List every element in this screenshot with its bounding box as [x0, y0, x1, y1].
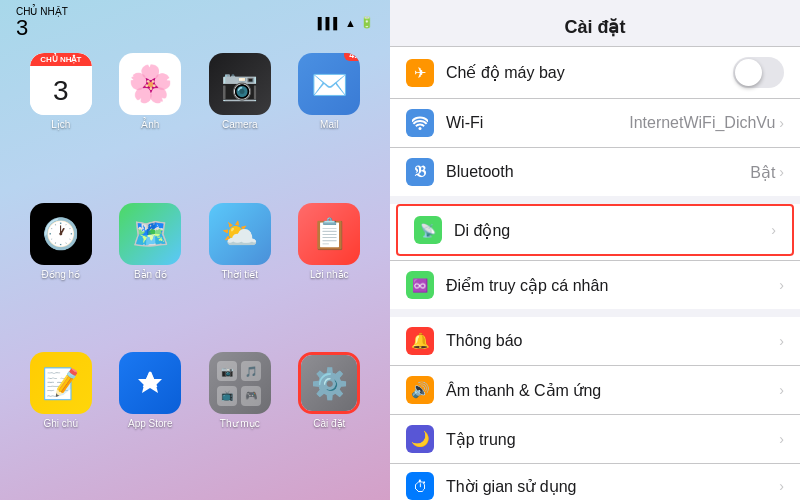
sound-chevron: › [779, 382, 784, 398]
app-appstore-label: App Store [128, 418, 172, 429]
app-calendar-label: Lịch [51, 119, 70, 130]
svg-text:A: A [143, 367, 158, 392]
hotspot-label: Điểm truy cập cá nhân [446, 276, 608, 295]
home-screen: CHỦ NHẬT 3 ▌▌▌ ▲ 🔋 CHỦ NHẬT 3 Lịch 🌸 Ản [0, 0, 390, 500]
cellular-value: › [771, 222, 776, 238]
status-bar: CHỦ NHẬT 3 ▌▌▌ ▲ 🔋 [0, 0, 390, 43]
status-right: ▌▌▌ ▲ 🔋 [318, 16, 374, 29]
signal-icon: ▌▌▌ [318, 17, 341, 29]
app-grid: CHỦ NHẬT 3 Lịch 🌸 Ảnh 📷 Camera ✉️ 41 [0, 43, 390, 500]
toggle-knob [735, 59, 762, 86]
app-weather[interactable]: ⛅ Thời tiết [199, 203, 281, 341]
app-appstore[interactable]: A App Store [110, 352, 192, 490]
settings-group-connectivity: ✈ Chế độ máy bay [390, 47, 800, 196]
app-clock[interactable]: 🕐 Đồng hồ [20, 203, 102, 341]
settings-item-airplane[interactable]: ✈ Chế độ máy bay [390, 47, 800, 99]
mail-badge: 41 [344, 53, 360, 61]
focus-chevron: › [779, 431, 784, 447]
settings-item-sound[interactable]: 🔊 Âm thanh & Cảm ứng › [390, 366, 800, 415]
settings-item-bluetooth[interactable]: 𝔅 Bluetooth Bật › [390, 148, 800, 196]
hotspot-value: › [779, 277, 784, 293]
hotspot-chevron: › [779, 277, 784, 293]
settings-panel: Cài đặt ✈ Chế độ máy bay [390, 0, 800, 500]
bluetooth-value: Bật › [750, 163, 784, 182]
app-settings-label: Cài đặt [313, 418, 345, 429]
battery-icon: 🔋 [360, 16, 374, 29]
focus-icon: 🌙 [406, 425, 434, 453]
settings-item-screentime[interactable]: ⏱ Thời gian sử dụng › [390, 464, 800, 500]
wifi-content: Wi-Fi InternetWiFi_DichVu › [446, 114, 784, 132]
screentime-content: Thời gian sử dụng › [446, 477, 784, 496]
wifi-icon [406, 109, 434, 137]
app-maps[interactable]: 🗺️ Bản đồ [110, 203, 192, 341]
settings-title: Cài đặt [564, 17, 625, 37]
cellular-icon: 📡 [414, 216, 442, 244]
app-photos-label: Ảnh [141, 119, 159, 130]
app-mail[interactable]: ✉️ 41 Mail [289, 53, 371, 191]
hotspot-icon: ♾️ [406, 271, 434, 299]
app-camera-label: Camera [222, 119, 258, 130]
bluetooth-chevron: › [779, 164, 784, 180]
wifi-chevron: › [779, 115, 784, 131]
app-mail-label: Mail [320, 119, 338, 130]
airplane-icon: ✈ [406, 59, 434, 87]
notification-label: Thông báo [446, 332, 523, 350]
settings-item-hotspot[interactable]: ♾️ Điểm truy cập cá nhân › [390, 260, 800, 309]
notification-chevron: › [779, 333, 784, 349]
app-clock-label: Đồng hồ [41, 269, 80, 280]
wifi-value: InternetWiFi_DichVu › [629, 114, 784, 132]
cellular-chevron: › [771, 222, 776, 238]
wifi-label: Wi-Fi [446, 114, 483, 132]
screentime-chevron: › [779, 478, 784, 494]
settings-item-wifi[interactable]: Wi-Fi InternetWiFi_DichVu › [390, 99, 800, 148]
notification-content: Thông báo › [446, 332, 784, 350]
settings-list: ✈ Chế độ máy bay [390, 47, 800, 500]
status-left: CHỦ NHẬT 3 [16, 6, 68, 39]
screentime-label: Thời gian sử dụng [446, 477, 577, 496]
settings-group-system: 🔔 Thông báo › 🔊 Âm thanh & Cảm ứng › 🌙 T… [390, 317, 800, 500]
airplane-content: Chế độ máy bay [446, 57, 784, 88]
status-date: 3 [16, 17, 68, 39]
settings-item-notification[interactable]: 🔔 Thông báo › [390, 317, 800, 366]
cellular-label: Di động [454, 221, 510, 240]
gap-1 [390, 196, 800, 204]
sound-icon: 🔊 [406, 376, 434, 404]
settings-item-cellular[interactable]: 📡 Di động › [396, 204, 794, 256]
app-folder-label: Thư mục [220, 418, 260, 429]
airplane-toggle[interactable] [733, 57, 784, 88]
app-notes-label: Ghi chú [44, 418, 78, 429]
app-photos[interactable]: 🌸 Ảnh [110, 53, 192, 191]
bluetooth-content: Bluetooth Bật › [446, 163, 784, 182]
app-reminders-label: Lời nhắc [310, 269, 349, 280]
sound-content: Âm thanh & Cảm ứng › [446, 381, 784, 400]
settings-group-mobile: 📡 Di động › ♾️ Điểm truy cập cá nhân › [390, 204, 800, 309]
bluetooth-icon: 𝔅 [406, 158, 434, 186]
calendar-date: 3 [30, 66, 92, 115]
settings-header: Cài đặt [390, 0, 800, 47]
sound-label: Âm thanh & Cảm ứng [446, 381, 601, 400]
calendar-month: CHỦ NHẬT [30, 53, 92, 66]
app-calendar[interactable]: CHỦ NHẬT 3 Lịch [20, 53, 102, 191]
app-reminders[interactable]: 📋 Lời nhắc [289, 203, 371, 341]
app-notes[interactable]: 📝 Ghi chú [20, 352, 102, 490]
settings-item-focus[interactable]: 🌙 Tập trung › [390, 415, 800, 464]
focus-content: Tập trung › [446, 430, 784, 449]
bluetooth-status: Bật [750, 163, 775, 182]
app-maps-label: Bản đồ [134, 269, 167, 280]
notification-icon: 🔔 [406, 327, 434, 355]
hotspot-content: Điểm truy cập cá nhân › [446, 276, 784, 295]
bluetooth-label: Bluetooth [446, 163, 514, 181]
screentime-icon: ⏱ [406, 472, 434, 500]
wifi-network-name: InternetWiFi_DichVu [629, 114, 775, 132]
app-weather-label: Thời tiết [222, 269, 258, 280]
app-settings[interactable]: ⚙️ Cài đặt [289, 352, 371, 490]
app-camera[interactable]: 📷 Camera [199, 53, 281, 191]
airplane-label: Chế độ máy bay [446, 63, 565, 82]
wifi-status-icon: ▲ [345, 17, 356, 29]
cellular-content: Di động › [454, 221, 776, 240]
gap-2 [390, 309, 800, 317]
app-folder[interactable]: 📷 🎵 📺 🎮 Thư mục [199, 352, 281, 490]
focus-label: Tập trung [446, 430, 516, 449]
